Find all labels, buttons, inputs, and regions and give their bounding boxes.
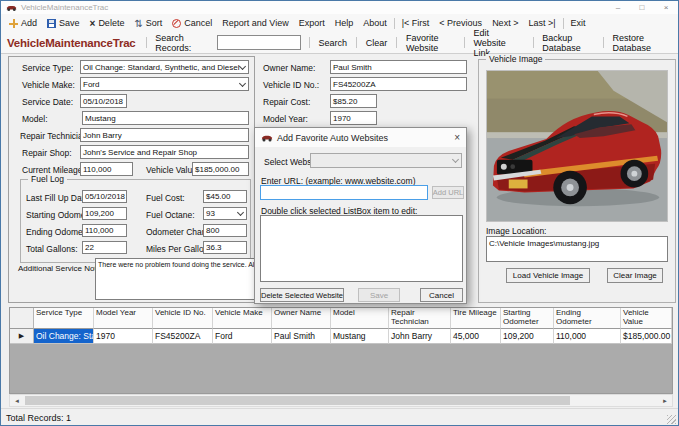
- image-location-field[interactable]: C:\Vehicle Images\mustang.jpg: [486, 236, 668, 262]
- cancel-button[interactable]: Cancel: [167, 14, 217, 32]
- grid-cell-service-type[interactable]: Oil Change: Stan...: [34, 329, 94, 344]
- repair-cost-field[interactable]: $85.20: [330, 94, 377, 108]
- backup-database-button[interactable]: Backup Database: [535, 33, 600, 53]
- grid-header-owner-name[interactable]: Owner Name: [272, 308, 331, 329]
- service-type-combobox[interactable]: Oil Change: Standard, Synthetic, and Die…: [80, 60, 249, 74]
- search-input[interactable]: [217, 35, 301, 50]
- dialog-close-button[interactable]: ×: [454, 132, 460, 143]
- current-mileage-field[interactable]: 110,000: [80, 162, 133, 176]
- resize-grip[interactable]: [667, 415, 676, 424]
- toolbar-separator: [309, 37, 310, 48]
- scroll-left-arrow[interactable]: ◄: [10, 395, 24, 406]
- save-website-button[interactable]: Save: [358, 288, 400, 302]
- fuel-cost-field[interactable]: $45.00: [203, 190, 247, 203]
- scrollbar-thumb[interactable]: [25, 396, 570, 405]
- vehicle-photo: [486, 70, 668, 222]
- grid-data-row[interactable]: ▶ Oil Change: Stan... 1970 FS45200ZA For…: [10, 329, 672, 344]
- grid-header-selector: [10, 308, 34, 329]
- grid-cell-model-year[interactable]: 1970: [94, 329, 153, 344]
- help-button[interactable]: Help: [330, 14, 359, 32]
- vehicle-id-field[interactable]: FS45200ZA: [330, 77, 467, 91]
- grid-cell-vehicle-make[interactable]: Ford: [213, 329, 272, 344]
- exit-button[interactable]: Exit: [566, 14, 591, 32]
- scroll-right-arrow[interactable]: ►: [658, 395, 672, 406]
- chevron-down-icon: [237, 209, 244, 216]
- grid-cell-ending-odometer[interactable]: 110,000: [554, 329, 621, 344]
- maximize-button[interactable]: □: [630, 1, 654, 14]
- additional-service-notes-value: There were no problem found doing the se…: [98, 261, 255, 268]
- grid-cell-vehicle-id[interactable]: FS45200ZA: [153, 329, 213, 344]
- favorite-website-button[interactable]: Favorite Website: [399, 33, 462, 53]
- ending-odometer-field[interactable]: 110,000: [82, 224, 127, 237]
- sort-button[interactable]: ⇅Sort: [129, 14, 167, 32]
- miles-per-gallon-value: 36.3: [206, 243, 222, 252]
- grid-header-vehicle-id[interactable]: Vehicle ID No.: [153, 308, 213, 329]
- grid-header-vehicle-make[interactable]: Vehicle Make: [213, 308, 272, 329]
- minimize-button[interactable]: –: [606, 1, 630, 14]
- about-button[interactable]: About: [358, 14, 392, 32]
- grid-cell-model[interactable]: Mustang: [331, 329, 389, 344]
- app-icon: [6, 4, 17, 12]
- grid-header-ending-odometer[interactable]: Ending Odometer: [554, 308, 621, 329]
- restore-database-button[interactable]: Restore Database: [605, 33, 671, 53]
- total-gallons-field[interactable]: 22: [82, 241, 127, 254]
- delete-button[interactable]: ×Delete: [85, 14, 130, 32]
- vehicle-make-combobox[interactable]: Ford: [80, 77, 249, 91]
- window-title: VehicleMaintenanceTrac: [21, 3, 108, 12]
- grid-cell-vehicle-value[interactable]: $185,000.00: [621, 329, 672, 344]
- delete-selected-website-button[interactable]: Delete Selected Website: [260, 288, 344, 302]
- close-button[interactable]: ×: [654, 1, 678, 14]
- repair-cost-label: Repair Cost:: [263, 97, 310, 107]
- owner-name-value: Paul Smith: [333, 63, 372, 72]
- service-date-field[interactable]: 05/10/2018: [80, 94, 127, 108]
- vehicle-value-field[interactable]: $185,000.00: [192, 162, 249, 176]
- owner-name-field[interactable]: Paul Smith: [330, 60, 467, 74]
- add-button[interactable]: Add: [4, 14, 42, 32]
- repair-shop-value: John's Service and Repair Shop: [83, 148, 197, 157]
- miles-per-gallon-field[interactable]: 36.3: [203, 241, 247, 254]
- add-label: Add: [21, 18, 37, 28]
- select-website-combobox[interactable]: [310, 153, 462, 168]
- toolbar-separator: [394, 18, 395, 29]
- first-record-button[interactable]: |< First: [397, 14, 435, 32]
- url-input[interactable]: [260, 185, 428, 200]
- last-fill-up-date-field[interactable]: 05/10/2018: [82, 190, 127, 203]
- clear-image-button[interactable]: Clear Image: [607, 268, 663, 283]
- export-button[interactable]: Export: [294, 14, 330, 32]
- cancel-dialog-button[interactable]: Cancel: [420, 288, 463, 302]
- total-records-text: Total Records: 1: [6, 413, 71, 423]
- edit-website-link-button[interactable]: Edit Website Link: [466, 28, 530, 58]
- grid-cell-starting-odometer[interactable]: 109,200: [501, 329, 554, 344]
- grid-header-model[interactable]: Model: [331, 308, 389, 329]
- grid-horizontal-scrollbar[interactable]: ◄ ►: [9, 394, 673, 407]
- grid-cell-tire-mileage[interactable]: 45,000: [451, 329, 501, 344]
- model-field[interactable]: Mustang: [82, 111, 249, 125]
- additional-service-notes-textarea[interactable]: There were no problem found doing the se…: [95, 258, 255, 300]
- fuel-octane-combobox[interactable]: 93: [203, 207, 247, 220]
- grid-header-vehicle-value[interactable]: Vehicle Value: [621, 308, 672, 329]
- search-button[interactable]: Search: [312, 38, 355, 48]
- clear-button[interactable]: Clear: [359, 38, 395, 48]
- grid-header-service-type[interactable]: Service Type: [34, 308, 94, 329]
- vehicle-image-panel: Vehicle Image: [478, 59, 676, 303]
- model-year-field[interactable]: 1970: [330, 111, 377, 125]
- repair-technician-value: John Barry: [83, 131, 122, 140]
- add-url-button[interactable]: Add URL: [432, 186, 464, 199]
- report-and-view-button[interactable]: Report and View: [217, 14, 293, 32]
- repair-shop-field[interactable]: John's Service and Repair Shop: [80, 145, 249, 159]
- websites-listbox[interactable]: [260, 215, 463, 282]
- save-button[interactable]: Save: [42, 14, 85, 32]
- grid-header-tire-mileage[interactable]: Tire Mileage: [451, 308, 501, 329]
- grid-cell-repair-technician[interactable]: John Barry: [389, 329, 451, 344]
- grid-header-starting-odometer[interactable]: Starting Odometer: [501, 308, 554, 329]
- add-icon: [9, 19, 18, 28]
- odometer-change-field[interactable]: 800: [203, 224, 247, 237]
- starting-odometer-field[interactable]: 109,200: [82, 207, 127, 220]
- repair-technician-field[interactable]: John Barry: [80, 128, 249, 142]
- load-vehicle-image-button[interactable]: Load Vehicle Image: [506, 268, 590, 283]
- grid-cell-owner-name[interactable]: Paul Smith: [272, 329, 331, 344]
- image-location-value: C:\Vehicle Images\mustang.jpg: [489, 239, 599, 248]
- grid-header-repair-technician[interactable]: Repair Technician: [389, 308, 451, 329]
- dialog-title-bar: Add Favorite Auto Websites ×: [255, 128, 466, 147]
- grid-header-model-year[interactable]: Model Year: [94, 308, 153, 329]
